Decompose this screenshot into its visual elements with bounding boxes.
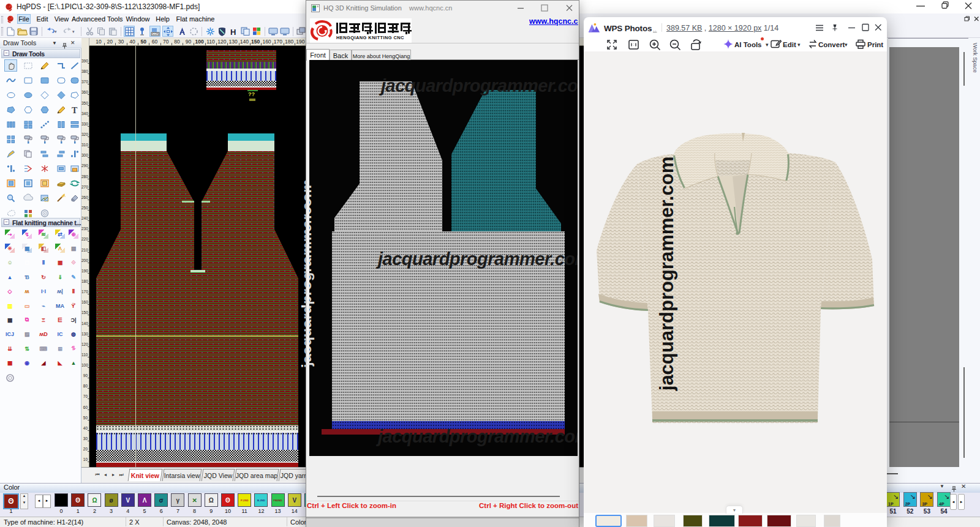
svg-text:ICON: ICON: [152, 32, 159, 36]
svg-text:T: T: [72, 106, 78, 114]
svg-text:H: H: [230, 28, 236, 36]
